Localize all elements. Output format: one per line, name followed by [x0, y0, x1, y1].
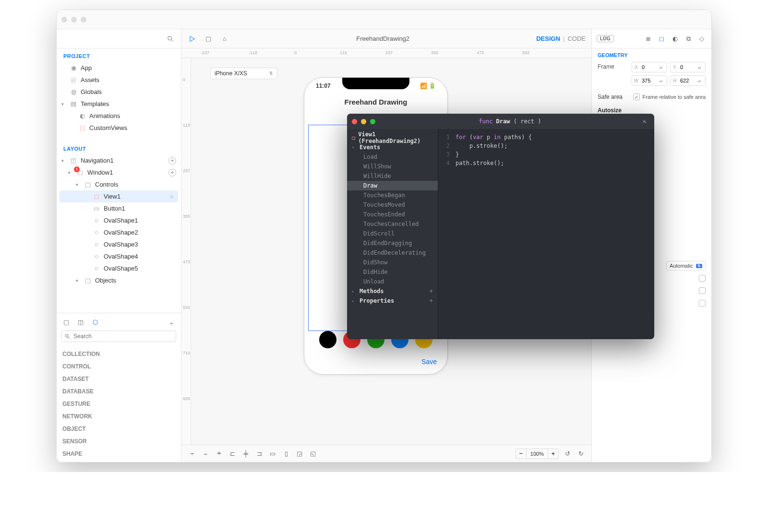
tree-navigation[interactable]: ▾◫Navigation1+	[60, 154, 178, 166]
cat-control[interactable]: CONTROL	[57, 360, 181, 373]
redo-icon[interactable]: ↻	[576, 449, 586, 459]
popout-icon[interactable]: ⇱	[640, 117, 649, 126]
add-property-icon[interactable]: +	[430, 297, 433, 304]
zoom-out-button[interactable]: −	[516, 449, 527, 459]
forward-icon[interactable]: ◲	[295, 449, 304, 459]
add-method-icon[interactable]: +	[430, 288, 433, 295]
cs-didenddecelerating[interactable]: DidEndDecelerating	[347, 248, 438, 258]
log-button[interactable]: LOG	[597, 35, 614, 42]
align-left2-icon[interactable]: ⊏	[228, 449, 237, 459]
tree-assets[interactable]: ⌸Assets	[60, 74, 178, 86]
cube-tab-icon[interactable]: ⬡	[90, 317, 100, 327]
tree-templates[interactable]: ▾▤Templates	[60, 98, 178, 110]
align-left-icon[interactable]: ⫟	[187, 449, 197, 459]
align-bottom-icon[interactable]: ⫠	[201, 449, 210, 459]
ungroup-icon[interactable]: ▯	[281, 449, 291, 459]
cs-didhide[interactable]: DidHide	[347, 267, 438, 277]
frame-x[interactable]: X▴▾	[632, 62, 667, 72]
save-button[interactable]: Save	[421, 358, 437, 366]
add-icon[interactable]: +	[168, 157, 176, 165]
group-icon[interactable]: ▭	[268, 449, 277, 459]
tree-view1[interactable]: ◻View1○	[60, 190, 178, 202]
tree-oval3[interactable]: ○OvalShape3	[60, 238, 178, 250]
cs-didshow[interactable]: DidShow	[347, 258, 438, 267]
cat-gesture[interactable]: GESTURE	[57, 398, 181, 410]
close-dot[interactable]	[61, 17, 67, 23]
tree-window[interactable]: ▾1◻Window1+	[60, 166, 178, 178]
tree-customviews[interactable]: ◻CustomViews	[60, 122, 178, 134]
cs-willshow[interactable]: WillShow	[347, 162, 438, 171]
link-icon[interactable]: ⧉	[684, 34, 693, 44]
frame-h[interactable]: H▴▾	[670, 75, 706, 86]
cs-draw[interactable]: Draw	[347, 181, 438, 190]
safe-area-checkbox[interactable]: ✓	[633, 94, 640, 100]
bounce-v-checkbox[interactable]	[699, 300, 706, 307]
tree-oval2[interactable]: ○OvalShape2	[60, 226, 178, 238]
undo-icon[interactable]: ↺	[563, 449, 572, 459]
zoom-in-button[interactable]: +	[548, 449, 558, 459]
add-icon[interactable]: +	[168, 169, 176, 177]
cs-properties[interactable]: ▸Properties+	[347, 296, 438, 306]
code-editor[interactable]: 1234 for (var p in paths) { p.stroke();}…	[438, 129, 654, 339]
crop-icon[interactable]: ◻	[657, 34, 666, 44]
zoom-dot[interactable]	[370, 119, 375, 124]
align-right-icon[interactable]: ⊐	[254, 449, 264, 459]
search-input[interactable]	[61, 331, 176, 342]
play-icon[interactable]	[187, 34, 197, 44]
cs-load[interactable]: Load	[347, 152, 438, 162]
cs-touchesended[interactable]: TouchesEnded	[347, 210, 438, 219]
cat-object[interactable]: OBJECT	[57, 423, 181, 435]
cat-shape[interactable]: SHAPE	[57, 448, 181, 460]
tree-controls[interactable]: ▾▢Controls	[60, 178, 178, 190]
frame-y[interactable]: Y▴▾	[670, 62, 706, 72]
backward-icon[interactable]: ◱	[308, 449, 318, 459]
frame-w[interactable]: W▴▾	[632, 75, 667, 86]
minimize-dot[interactable]	[71, 17, 77, 23]
code-lines[interactable]: for (var p in paths) { p.stroke();}path.…	[453, 129, 535, 339]
cat-database[interactable]: DATABASE	[57, 385, 181, 398]
device-icon[interactable]: ▢	[204, 34, 213, 44]
tree-globals[interactable]: ◍Globals	[60, 86, 178, 98]
cat-sensor[interactable]: SENSOR	[57, 435, 181, 448]
tree-animations[interactable]: ◐Animations	[60, 110, 178, 122]
cat-collection[interactable]: COLLECTION	[57, 348, 181, 360]
cs-didenddragging[interactable]: DidEndDragging	[347, 238, 438, 248]
tree-oval4[interactable]: ○OvalShape4	[60, 250, 178, 262]
bounce-h-checkbox[interactable]	[699, 287, 706, 294]
tree-oval1[interactable]: ○OvalShape1	[60, 214, 178, 226]
swatch-black[interactable]	[319, 331, 336, 348]
align-center-h-icon[interactable]: ⫩	[214, 449, 224, 459]
cs-touchesmoved[interactable]: TouchesMoved	[347, 200, 438, 210]
chevron-down-icon[interactable]: ⌄	[167, 317, 176, 327]
tree-objects[interactable]: ▾▢Objects	[60, 274, 178, 286]
cat-network[interactable]: NETWORK	[57, 410, 181, 423]
list-icon[interactable]: ≣	[643, 34, 653, 44]
cs-touchesbegan[interactable]: TouchesBegan	[347, 190, 438, 200]
archive-icon[interactable]: ⌂	[220, 34, 229, 44]
button-icon: ▭	[92, 204, 101, 213]
tree-button1[interactable]: ▭Button1	[60, 202, 178, 214]
palette-icon[interactable]: ◐	[670, 34, 680, 44]
code-tab[interactable]: CODE	[567, 35, 586, 42]
cs-touchescancelled[interactable]: TouchesCancelled	[347, 219, 438, 229]
cs-methods[interactable]: ▸Methods+	[347, 286, 438, 296]
design-tab[interactable]: DESIGN	[536, 35, 560, 42]
layout-tab-icon[interactable]: ◫	[76, 317, 85, 327]
device-tab-icon[interactable]: ▢	[61, 317, 71, 327]
device-picker[interactable]: iPhone X/XS⇅	[210, 68, 277, 79]
bounces-checkbox[interactable]	[699, 275, 706, 282]
cat-dataset[interactable]: DATASET	[57, 373, 181, 385]
adjustment-select[interactable]: Automatic⇅	[666, 261, 706, 271]
cs-unload[interactable]: Unload	[347, 277, 438, 286]
eye-icon[interactable]: ◇	[697, 34, 707, 44]
minimize-dot[interactable]	[361, 119, 366, 124]
align-center-v-icon[interactable]: ╪	[241, 449, 251, 459]
tree-oval5[interactable]: ○OvalShape5	[60, 262, 178, 274]
cs-object[interactable]: ◻View1 (FreehandDrawing2)	[347, 133, 438, 142]
cs-didscroll[interactable]: DidScroll	[347, 229, 438, 238]
cs-willhide[interactable]: WillHide	[347, 171, 438, 181]
search-icon[interactable]	[166, 34, 175, 44]
zoom-dot[interactable]	[81, 17, 86, 23]
tree-app[interactable]: ◉App	[60, 62, 178, 74]
close-dot[interactable]	[352, 119, 357, 124]
